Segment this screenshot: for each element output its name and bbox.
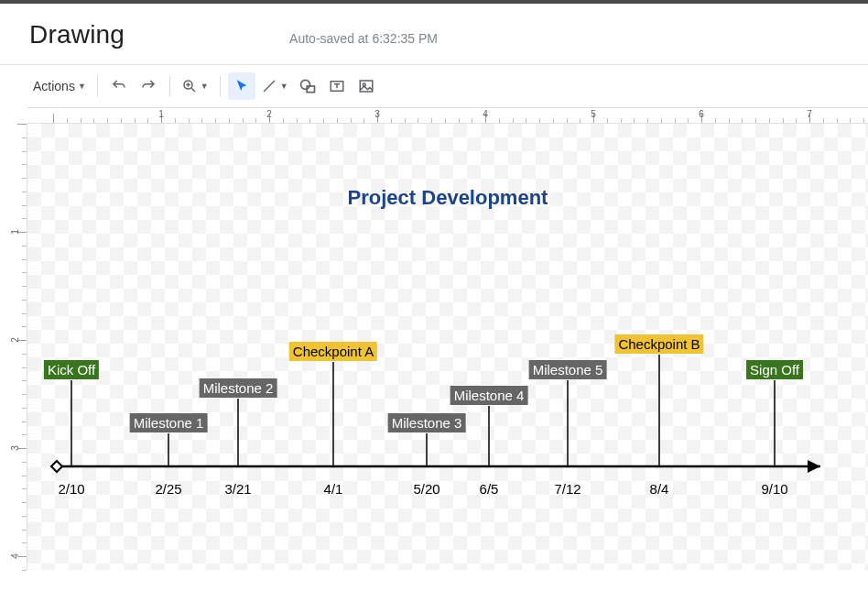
ruler-tick [22,394,27,395]
toolbar-separator [220,76,221,96]
ruler-tick [22,151,27,152]
event-label[interactable]: Checkpoint A [289,342,377,361]
horizontal-ruler: 1234567 [27,107,868,124]
ruler-tick [189,118,190,123]
ruler-tick [445,118,446,123]
ruler-tick [22,246,27,246]
ruler-tick [22,205,27,206]
autosave-status: Auto-saved at 6:32:35 PM [289,31,438,46]
ruler-tick [323,118,324,123]
event-date[interactable]: 5/20 [413,481,439,497]
redo-icon [140,78,157,94]
ruler-tick [229,118,230,123]
event-date[interactable]: 6/5 [480,481,499,497]
ruler-tick [22,502,27,503]
ruler-tick [553,118,554,123]
image-tool-button[interactable] [353,72,380,100]
redo-button[interactable] [135,72,162,100]
ruler-tick [769,118,770,123]
event-label[interactable]: Milestone 1 [130,413,208,432]
ruler-tick [22,462,27,463]
ruler-tick [796,118,797,123]
ruler-tick [22,313,27,314]
event-label[interactable]: Milestone 4 [450,386,528,405]
event-label[interactable]: Milestone 2 [200,378,277,398]
svg-point-5 [300,80,309,89]
event-date[interactable]: 8/4 [650,481,669,497]
axis-end-arrow [808,460,820,473]
toolbar-separator [97,76,98,96]
ruler-tick [81,118,81,123]
svg-line-4 [264,81,275,92]
event-date[interactable]: 7/12 [554,481,580,497]
actions-menu-button[interactable]: Actions ▼ [29,72,90,100]
event-date[interactable]: 2/25 [155,481,181,497]
ruler-tick [363,118,364,123]
ruler-tick [837,118,838,123]
ruler-tick [201,118,202,123]
canvas-outer: 1234 Project Development Kick Off2/10Mil… [0,124,868,570]
ruler-tick [22,178,27,179]
ruler-tick [337,118,338,123]
event-date[interactable]: 3/21 [224,481,251,497]
svg-rect-10 [360,81,373,92]
event-date[interactable]: 4/1 [324,481,343,497]
ruler-tick [22,272,27,273]
select-tool-button[interactable] [228,72,255,100]
event-label[interactable]: Checkpoint B [614,334,703,354]
ruler-number: 5 [591,109,596,119]
event-label[interactable]: Kick Off [44,360,99,379]
ruler-tick [539,118,540,123]
event-date[interactable]: 2/10 [58,481,84,497]
ruler-tick [513,118,514,123]
ruler-tick [783,118,784,123]
ruler-tick [17,124,27,125]
vertical-ruler: 1234 [11,124,27,570]
ruler-tick [67,118,68,123]
ruler-tick [22,286,27,287]
ruler-tick [391,118,392,123]
ruler-number: 2 [266,109,272,119]
ruler-tick [22,300,27,301]
ruler-number: 1 [158,109,164,119]
ruler-tick [418,118,418,123]
ruler-tick [243,118,244,123]
ruler-tick [580,118,580,123]
event-label[interactable]: Milestone 5 [529,360,607,379]
ruler-tick [175,118,176,123]
line-icon [261,78,277,94]
ruler-tick [715,118,716,123]
ruler-tick [22,434,27,435]
event-label[interactable]: Sign Off [746,360,803,379]
ruler-number: 4 [10,553,20,559]
undo-button[interactable] [105,72,133,100]
ruler-tick [405,118,406,123]
ruler-number: 7 [807,109,812,119]
shape-tool-button[interactable] [294,72,321,100]
caret-down-icon: ▼ [78,82,86,91]
ruler-tick [22,570,27,571]
ruler-tick [22,488,27,489]
ruler-tick [22,380,27,381]
ruler-tick [607,118,608,123]
ruler-tick [121,118,122,123]
zoom-button[interactable]: ▼ [178,72,212,100]
timeline-graphic [27,124,868,570]
ruler-tick [661,118,662,123]
ruler-tick [621,118,622,123]
event-label[interactable]: Milestone 3 [388,413,466,432]
ruler-tick [472,118,472,123]
event-date[interactable]: 9/10 [761,481,787,497]
axis-start-diamond [51,461,62,472]
ruler-tick [309,118,310,123]
ruler-tick [135,118,136,123]
header: Drawing Auto-saved at 6:32:35 PM [0,4,868,64]
ruler-number: 3 [374,109,380,119]
ruler-tick [675,118,676,123]
ruler-number: 1 [10,229,20,235]
ruler-tick [22,137,27,138]
textbox-tool-button[interactable] [323,72,351,100]
line-tool-button[interactable]: ▼ [257,72,292,100]
ruler-tick [22,354,27,355]
drawing-canvas[interactable]: Project Development Kick Off2/10Mileston… [27,124,868,570]
